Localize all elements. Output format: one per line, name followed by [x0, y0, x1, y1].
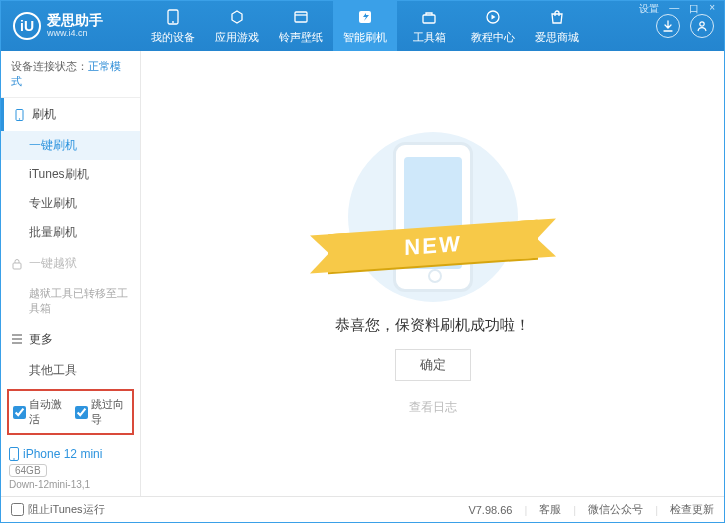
sidebar-item[interactable]: 一键刷机 — [1, 131, 140, 160]
group-title: 更多 — [29, 331, 53, 348]
device-icon — [163, 7, 183, 27]
check-update-link[interactable]: 检查更新 — [670, 502, 714, 517]
sidebar: 设备连接状态：正常模式 刷机一键刷机iTunes刷机专业刷机批量刷机一键越狱越狱… — [1, 51, 141, 496]
connection-status: 设备连接状态：正常模式 — [1, 51, 140, 98]
view-log-link[interactable]: 查看日志 — [409, 399, 457, 416]
minimize-button[interactable]: — — [665, 2, 683, 16]
body: 设备连接状态：正常模式 刷机一键刷机iTunes刷机专业刷机批量刷机一键越狱越狱… — [1, 51, 724, 496]
confirm-button[interactable]: 确定 — [395, 349, 471, 381]
download-button[interactable] — [656, 14, 680, 38]
logo-area: iU 爱思助手 www.i4.cn — [1, 12, 141, 40]
close-button[interactable]: × — [705, 2, 719, 16]
flash-icon — [355, 7, 375, 27]
nav-flash[interactable]: 智能刷机 — [333, 1, 397, 51]
app-name: 爱思助手 — [47, 13, 103, 28]
sidebar-list: 刷机一键刷机iTunes刷机专业刷机批量刷机一键越狱越狱工具已转移至工具箱更多其… — [1, 98, 140, 383]
svg-point-11 — [13, 458, 15, 460]
nav-label: 我的设备 — [151, 30, 195, 45]
group-title: 刷机 — [32, 106, 56, 123]
nav-device[interactable]: 我的设备 — [141, 1, 205, 51]
app-window: 设置 — 口 × iU 爱思助手 www.i4.cn 我的设备应用游戏铃声壁纸智… — [0, 0, 725, 523]
svg-point-1 — [172, 21, 174, 23]
device-meta: Down-12mini-13,1 — [9, 479, 132, 490]
media-icon — [291, 7, 311, 27]
app-url: www.i4.cn — [47, 29, 103, 39]
version-label: V7.98.66 — [468, 504, 512, 516]
device-storage: 64GB — [9, 464, 47, 477]
phone-icon — [9, 447, 19, 461]
phone-icon — [14, 109, 26, 121]
block-itunes-checkbox[interactable]: 阻止iTunes运行 — [11, 502, 105, 517]
auto-activate-checkbox[interactable]: 自动激活 — [13, 397, 67, 427]
conn-label: 设备连接状态： — [11, 60, 88, 72]
main-nav: 我的设备应用游戏铃声壁纸智能刷机工具箱教程中心爱思商城 — [141, 1, 646, 51]
phone-illustration-icon — [393, 142, 473, 292]
nav-label: 铃声壁纸 — [279, 30, 323, 45]
system-buttons: 设置 — 口 × — [635, 2, 719, 16]
user-button[interactable] — [690, 14, 714, 38]
nav-label: 爱思商城 — [535, 30, 579, 45]
footer: 阻止iTunes运行 V7.98.66 | 客服 | 微信公众号 | 检查更新 — [1, 496, 724, 522]
group-title: 一键越狱 — [29, 255, 77, 272]
skip-guide-checkbox[interactable]: 跳过向导 — [75, 397, 129, 427]
nav-label: 工具箱 — [413, 30, 446, 45]
svg-rect-2 — [295, 12, 307, 22]
wechat-link[interactable]: 微信公众号 — [588, 502, 643, 517]
success-message: 恭喜您，保资料刷机成功啦！ — [335, 316, 530, 335]
device-block[interactable]: iPhone 12 mini 64GB Down-12mini-13,1 — [1, 441, 140, 496]
toolbox-icon — [419, 7, 439, 27]
settings-button[interactable]: 设置 — [635, 2, 663, 16]
customer-service-link[interactable]: 客服 — [539, 502, 561, 517]
titlebar: iU 爱思助手 www.i4.cn 我的设备应用游戏铃声壁纸智能刷机工具箱教程中… — [1, 1, 724, 51]
nav-label: 智能刷机 — [343, 30, 387, 45]
nav-toolbox[interactable]: 工具箱 — [397, 1, 461, 51]
sidebar-item[interactable]: 批量刷机 — [1, 218, 140, 247]
logo-icon: iU — [13, 12, 41, 40]
maximize-button[interactable]: 口 — [685, 2, 703, 16]
titlebar-right — [646, 14, 724, 38]
nav-label: 应用游戏 — [215, 30, 259, 45]
sidebar-group-phone[interactable]: 刷机 — [1, 98, 140, 131]
sidebar-item[interactable]: 其他工具 — [1, 356, 140, 383]
sidebar-item: 越狱工具已转移至工具箱 — [1, 280, 140, 323]
sidebar-item[interactable]: 专业刷机 — [1, 189, 140, 218]
store-icon — [547, 7, 567, 27]
nav-media[interactable]: 铃声壁纸 — [269, 1, 333, 51]
nav-store[interactable]: 爱思商城 — [525, 1, 589, 51]
sidebar-group-lock[interactable]: 一键越狱 — [1, 247, 140, 280]
apps-icon — [227, 7, 247, 27]
main-content: NEW 恭喜您，保资料刷机成功啦！ 确定 查看日志 — [141, 51, 724, 496]
auto-activate-label: 自动激活 — [29, 397, 67, 427]
nav-label: 教程中心 — [471, 30, 515, 45]
sidebar-group-more[interactable]: 更多 — [1, 323, 140, 356]
skip-guide-label: 跳过向导 — [91, 397, 129, 427]
sidebar-item[interactable]: iTunes刷机 — [1, 160, 140, 189]
sidebar-options-highlight: 自动激活 跳过向导 — [7, 389, 134, 435]
svg-rect-4 — [423, 15, 435, 23]
block-itunes-label: 阻止iTunes运行 — [28, 502, 105, 517]
svg-point-8 — [19, 118, 20, 119]
tutorial-icon — [483, 7, 503, 27]
svg-rect-9 — [13, 263, 21, 269]
svg-point-6 — [700, 22, 704, 26]
more-icon — [11, 333, 23, 345]
lock-icon — [11, 258, 23, 270]
device-name: iPhone 12 mini — [9, 447, 132, 461]
success-illustration: NEW — [338, 132, 528, 302]
nav-apps[interactable]: 应用游戏 — [205, 1, 269, 51]
nav-tutorial[interactable]: 教程中心 — [461, 1, 525, 51]
